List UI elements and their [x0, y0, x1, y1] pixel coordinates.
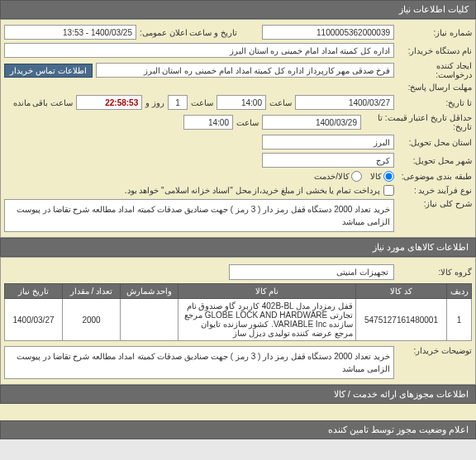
- radio-goods-input[interactable]: [383, 171, 394, 182]
- cell-idx: 1: [447, 299, 472, 341]
- th-qty: تعداد / مقدار: [63, 284, 121, 299]
- contact-info-button[interactable]: اطلاعات تماس خریدار: [4, 64, 93, 78]
- field-date-pub: 1400/03/25 - 13:53: [4, 25, 136, 40]
- label-city: شهر محل تحویل:: [397, 156, 472, 165]
- label-proc-note: پرداخت تمام یا بخشی از مبلغ خرید،از محل …: [125, 186, 380, 195]
- label-province: استان محل تحویل:: [397, 138, 472, 147]
- label-proc-type: نوع فرآیند خرید :: [397, 186, 472, 195]
- section-header-items: اطلاعات کالاهای مورد نیاز: [0, 238, 476, 257]
- section-header-status: اعلام وضعیت مجوز توسط تامین کننده: [0, 420, 476, 439]
- label-creator: ایجاد کننده درخواست:: [397, 61, 472, 79]
- th-code: کد کالا: [356, 284, 447, 299]
- field-buyer-notes: خرید تعداد 2000 دستگاه قفل رمز دار ( 3 ر…: [4, 346, 394, 379]
- field-reply-date: 1400/03/27: [295, 95, 394, 110]
- label-until-date: تا تاریخ:: [397, 98, 472, 107]
- form-main: شماره نیاز: 1100005362000039 تاریخ و ساع…: [0, 19, 476, 238]
- radio-service-input[interactable]: [351, 171, 362, 182]
- radio-group-type: کالا کالا/خدمت: [314, 171, 394, 182]
- cell-name: قفل رمزدار مدل 402B-BL کاربرد گاو صندوق …: [178, 299, 356, 341]
- th-name: نام کالا: [178, 284, 356, 299]
- field-cred-time: 14:00: [183, 115, 233, 130]
- label-buyer-org: نام دستگاه خریدار:: [397, 46, 472, 55]
- cell-date: 1400/03/27: [5, 299, 63, 341]
- label-saat1: ساعت: [269, 98, 292, 107]
- section-header-footer: اطلاعات مجوزهای ارائه خدمت / کالا: [0, 385, 476, 404]
- label-reply-deadline: مهلت ارسال پاسخ:: [397, 83, 472, 92]
- field-buyer-org: اداره کل کمیته امداد امام خمینی ره استان…: [4, 43, 394, 58]
- label-saat2: ساعت: [191, 98, 213, 107]
- label-buyer-notes: توضیحات خریدار:: [397, 346, 472, 355]
- th-date: تاریخ نیاز: [5, 284, 63, 299]
- field-main-desc: خرید تعداد 2000 دستگاه قفل رمز دار ( 3 ر…: [4, 199, 394, 232]
- label-goods-group: گروه کالا:: [397, 268, 472, 277]
- field-counter-time: 22:58:53: [76, 95, 142, 110]
- field-goods-group: تجهیزات امنیتی: [229, 264, 394, 280]
- label-min-cred: حداقل تاریخ اعتبار قیمت: تا تاریخ:: [364, 113, 472, 131]
- section-header-main: کلیات اطلاعات نیاز: [0, 0, 476, 19]
- field-creator: فرخ صدقی مهر کارپرداز اداره کل کمیته امد…: [96, 63, 394, 78]
- field-counter-days: 1: [168, 95, 188, 110]
- label-rooz: روز و: [145, 98, 164, 107]
- field-province: البرز: [262, 135, 394, 149]
- footer-spacer: [0, 404, 476, 420]
- radio-goods[interactable]: کالا: [370, 171, 394, 182]
- label-saat3: ساعت: [236, 118, 259, 127]
- label-date-pub: تاریخ و ساعت اعلان عمومی:: [140, 28, 237, 37]
- label-topic-cls: طبقه بندی موضوعی:: [397, 172, 472, 181]
- th-row: ردیف: [447, 284, 472, 299]
- cell-qty: 2000: [63, 299, 121, 341]
- cell-unit: [121, 299, 178, 341]
- radio-service[interactable]: کالا/خدمت: [314, 171, 362, 182]
- field-city: کرج: [262, 153, 394, 168]
- items-table: ردیف کد کالا نام کالا واحد شمارش تعداد /…: [4, 283, 472, 341]
- label-remain: ساعت باقی مانده: [13, 98, 74, 107]
- table-row: 1 5475127161480001 قفل رمزدار مدل 402B-B…: [5, 299, 472, 341]
- items-area: گروه کالا: تجهیزات امنیتی ردیف کد کالا ن…: [0, 257, 476, 385]
- cell-code: 5475127161480001: [356, 299, 447, 341]
- radio-goods-label: کالا: [370, 172, 382, 181]
- label-main-desc: شرح کلی نیاز:: [397, 199, 472, 208]
- checkbox-treasury[interactable]: [383, 185, 394, 196]
- radio-service-label: کالا/خدمت: [314, 172, 350, 181]
- field-reply-time: 14:00: [217, 95, 266, 110]
- table-header-row: ردیف کد کالا نام کالا واحد شمارش تعداد /…: [5, 284, 472, 299]
- field-cred-date: 1400/03/29: [262, 115, 361, 130]
- label-req-no: شماره نیاز:: [397, 28, 472, 37]
- field-req-no: 1100005362000039: [262, 25, 394, 40]
- th-unit: واحد شمارش: [121, 284, 178, 299]
